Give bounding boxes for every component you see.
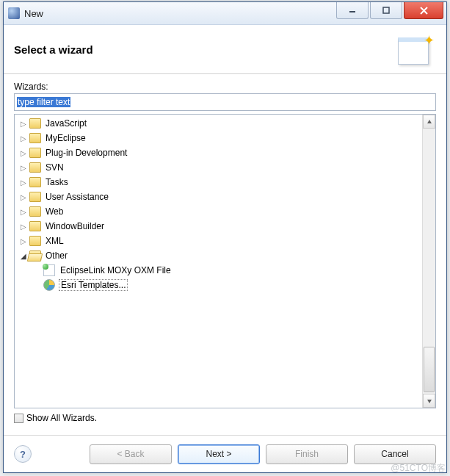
svg-marker-4 (427, 120, 432, 123)
tree-item-label: EclipseLink MOXy OXM File (59, 265, 173, 275)
tree-item-label: Esri Templates... (59, 279, 128, 291)
tree-folder-tasks[interactable]: ▷Tasks (15, 175, 423, 190)
folder-icon (29, 250, 41, 261)
folder-icon (29, 236, 41, 246)
button-bar: ? < Back Next > Finish Cancel (4, 436, 446, 472)
tree-folder-svn[interactable]: ▷SVN (15, 160, 423, 175)
titlebar[interactable]: New (4, 2, 446, 25)
tree-item-label: User Assistance (44, 192, 110, 202)
tree-folder-javascript[interactable]: ▷JavaScript (15, 116, 423, 131)
expand-icon[interactable]: ▷ (19, 193, 28, 201)
wizards-label: Wizards: (14, 82, 436, 92)
tree-item-label: SVN (44, 162, 65, 173)
tree-folder-user-assistance[interactable]: ▷User Assistance (15, 190, 423, 204)
tree-item-label: WindowBuilder (44, 221, 106, 231)
watermark: @51CTO博客 (391, 462, 446, 475)
next-button[interactable]: Next > (178, 444, 260, 464)
tree-folder-other[interactable]: ◢Other (15, 248, 423, 263)
tree-item-eclipselink-moxy-oxm-file[interactable]: EclipseLink MOXy OXM File (15, 263, 423, 278)
svg-rect-1 (383, 7, 389, 13)
expand-icon[interactable]: ▷ (19, 178, 28, 187)
esri-globe-icon (43, 279, 55, 291)
tree-folder-web[interactable]: ▷Web (15, 204, 423, 219)
wizard-tree: ▷JavaScript▷MyEclipse▷Plug-in Developmen… (14, 114, 436, 408)
folder-icon (29, 192, 41, 202)
svg-marker-5 (427, 400, 432, 403)
tree-item-label: XML (44, 236, 65, 246)
tree-item-label: Other (44, 250, 69, 261)
dialog-banner: Select a wizard ✦ (4, 25, 446, 74)
scroll-thumb[interactable] (424, 347, 435, 392)
expand-icon[interactable]: ▷ (19, 164, 28, 172)
tree-item-esri-templates-[interactable]: Esri Templates... (15, 278, 423, 292)
back-button[interactable]: < Back (90, 444, 172, 464)
banner-heading: Select a wizard (14, 43, 396, 56)
tree-folder-windowbuilder[interactable]: ▷WindowBuilder (15, 219, 423, 234)
folder-icon (29, 177, 41, 187)
wizard-icon: ✦ (396, 32, 436, 66)
tree-item-label: MyEclipse (44, 133, 87, 143)
scroll-up-button[interactable] (423, 115, 435, 129)
filter-text-field[interactable]: type filter text (14, 93, 436, 111)
tree-item-label: Web (44, 206, 65, 217)
scroll-track[interactable] (423, 129, 435, 394)
file-icon (43, 264, 55, 276)
folder-icon (29, 118, 41, 129)
expand-icon[interactable]: ▷ (19, 134, 28, 143)
minimize-button[interactable] (336, 2, 369, 19)
tree-viewport[interactable]: ▷JavaScript▷MyEclipse▷Plug-in Developmen… (15, 115, 423, 408)
maximize-button[interactable] (370, 2, 402, 19)
scroll-down-button[interactable] (423, 394, 435, 408)
finish-button[interactable]: Finish (266, 444, 348, 464)
folder-icon (29, 221, 41, 231)
show-all-wizards-row: Show All Wizards. (14, 413, 436, 423)
filter-placeholder-text: type filter text (17, 97, 70, 107)
cancel-button[interactable]: Cancel (354, 444, 436, 464)
expand-icon[interactable]: ▷ (19, 120, 28, 128)
folder-icon (29, 148, 41, 158)
expand-icon[interactable]: ▷ (19, 223, 28, 231)
folder-icon (29, 133, 41, 143)
expand-icon[interactable]: ▷ (19, 208, 28, 216)
folder-icon (29, 206, 41, 217)
show-all-wizards-label: Show All Wizards. (26, 413, 97, 423)
help-button[interactable]: ? (14, 445, 32, 463)
tree-folder-myeclipse[interactable]: ▷MyEclipse (15, 131, 423, 145)
expand-icon[interactable]: ▷ (19, 237, 28, 245)
expand-icon[interactable]: ▷ (19, 149, 28, 157)
close-button[interactable] (404, 2, 443, 19)
tree-folder-plug-in-development[interactable]: ▷Plug-in Development (15, 145, 423, 160)
tree-item-label: Tasks (44, 177, 70, 187)
collapse-icon[interactable]: ◢ (19, 252, 28, 260)
app-icon (8, 7, 20, 19)
folder-icon (29, 162, 41, 173)
window-title: New (24, 8, 43, 19)
show-all-wizards-checkbox[interactable] (14, 414, 23, 423)
tree-item-label: Plug-in Development (44, 148, 128, 158)
vertical-scrollbar[interactable] (422, 115, 435, 408)
tree-folder-xml[interactable]: ▷XML (15, 234, 423, 248)
window-buttons (336, 2, 446, 24)
dialog-content: Wizards: type filter text ▷JavaScript▷My… (4, 74, 446, 429)
tree-item-label: JavaScript (44, 118, 88, 129)
new-wizard-dialog: New Select a wizard ✦ Wizards: type filt… (3, 1, 447, 473)
